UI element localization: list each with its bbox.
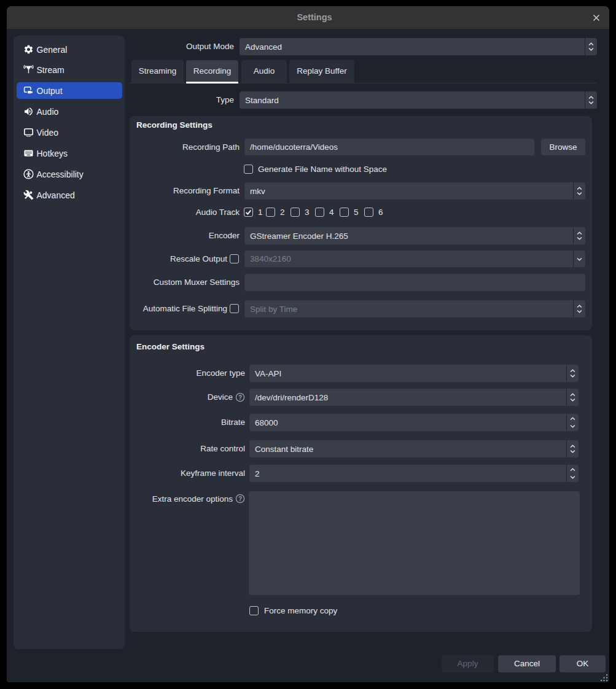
svg-text:?: ? <box>238 394 242 401</box>
svg-text:?: ? <box>238 496 242 502</box>
